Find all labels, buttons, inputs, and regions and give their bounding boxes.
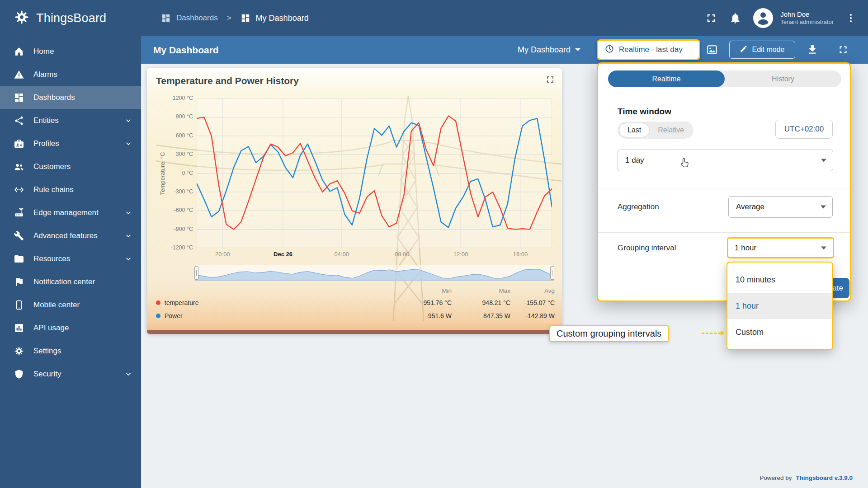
notifications-bell-icon[interactable] <box>729 12 741 24</box>
brand-name: ThingsBoard <box>36 11 106 25</box>
chart-plot[interactable] <box>197 99 552 248</box>
legend-header-row: MinMaxAvg <box>156 285 555 296</box>
chevron-down-icon <box>124 208 133 217</box>
app-logo[interactable]: ThingsBoard <box>0 0 141 36</box>
tab-realtime[interactable]: Realtime <box>608 70 725 87</box>
dashboard-page-title: My Dashboard <box>153 45 219 56</box>
dashboard-selector[interactable]: My Dashboard <box>518 42 580 57</box>
tutorial-callout: Custom grouping intervals <box>549 325 669 342</box>
x-tick-label: 20:00 <box>215 251 230 258</box>
timewindow-button[interactable]: Realtime - last day <box>597 39 700 60</box>
chevron-down-icon <box>124 139 133 148</box>
top-header: Dashboards > My Dashboard John Doe Tenan… <box>141 0 868 36</box>
user-role: Tenant administrator <box>780 19 834 26</box>
timewindow-duration-value: 1 day <box>625 156 644 165</box>
sidebar-item-label: Mobile center <box>33 300 133 310</box>
timewindow-duration-select[interactable]: 1 day <box>618 150 833 171</box>
sidebar-item-profiles[interactable]: Profiles <box>0 132 141 155</box>
sidebar-item-settings[interactable]: Settings <box>0 339 141 362</box>
dashboard-toolbar: My Dashboard My Dashboard Edit mode <box>141 36 868 64</box>
legend-header: Avg <box>510 287 555 294</box>
toggle-last[interactable]: Last <box>619 123 650 137</box>
sidebar-item-api-usage[interactable]: API usage <box>0 316 141 339</box>
overview-left-handle[interactable] <box>194 266 198 280</box>
aggregation-select[interactable]: Average <box>728 196 833 218</box>
legend-row-power[interactable]: Power-951.6 W847.35 W-142.89 W <box>156 309 555 322</box>
tab-history[interactable]: History <box>725 70 841 87</box>
footer: Powered by Thingsboard v.3.9.0 <box>760 474 853 481</box>
edit-mode-button[interactable]: Edit mode <box>729 41 795 59</box>
badge-icon <box>14 138 24 149</box>
toolbar-fullscreen-icon[interactable] <box>837 44 849 57</box>
time-window-heading: Time window <box>618 107 671 117</box>
y-tick-label: -300 °C <box>174 188 193 195</box>
sidebar-item-security[interactable]: Security <box>0 362 141 385</box>
thingsboard-version-link[interactable]: Thingsboard v.3.9.0 <box>796 474 853 481</box>
thingsboard-logo-icon <box>14 9 30 27</box>
overview-area-chart <box>195 265 554 282</box>
overview-right-handle[interactable] <box>550 266 554 280</box>
legend-row-temperature[interactable]: temperature-951.76 °C948.21 °C-155.07 °C <box>156 296 555 309</box>
dropdown-option-custom[interactable]: Custom <box>727 319 832 345</box>
chart-widget: Temperature and Power History Temperatur… <box>147 68 562 334</box>
image-export-icon[interactable] <box>706 44 718 57</box>
series-dot-icon <box>156 300 160 305</box>
ethernet-icon <box>14 184 24 195</box>
person-icon <box>755 9 771 27</box>
people-icon <box>14 161 24 172</box>
dropdown-option-1-hour[interactable]: 1 hour <box>727 293 832 319</box>
gear-icon <box>14 346 24 357</box>
flag-icon <box>14 277 24 287</box>
expand-widget-icon[interactable] <box>545 74 556 87</box>
y-axis-title: Temperature, °C <box>159 152 166 195</box>
folder-icon <box>14 253 24 264</box>
grouping-interval-select[interactable]: 1 hour <box>727 237 834 258</box>
toggle-relative[interactable]: Relative <box>650 123 692 137</box>
sidebar-item-home[interactable]: Home <box>0 40 141 63</box>
sidebar-item-entities[interactable]: Entities <box>0 109 141 132</box>
chevron-down-icon <box>821 159 826 162</box>
sidebar-nav: HomeAlarmsDashboardsEntitiesProfilesCust… <box>0 36 141 385</box>
breadcrumb-dashboards[interactable]: Dashboards <box>176 14 218 23</box>
dropdown-option-10-minutes[interactable]: 10 minutes <box>727 267 832 293</box>
header-fullscreen-icon[interactable] <box>705 12 717 24</box>
x-tick-label: 04:00 <box>334 251 349 258</box>
sidebar-item-dashboards[interactable]: Dashboards <box>0 86 141 109</box>
sidebar-item-notification-center[interactable]: Notification center <box>0 270 141 293</box>
legend-header: Max <box>452 287 510 294</box>
edit-mode-label: Edit mode <box>752 46 784 54</box>
sidebar-item-mobile-center[interactable]: Mobile center <box>0 293 141 316</box>
y-tick-label: 1200 °C <box>173 95 193 101</box>
sidebar-item-label: Customers <box>33 162 133 171</box>
y-tick-label: 300 °C <box>176 151 193 157</box>
avatar[interactable] <box>753 8 773 28</box>
sidebar-item-label: Home <box>33 47 133 56</box>
sidebar-item-advanced-features[interactable]: Advanced features <box>0 224 141 247</box>
sidebar-item-rule-chains[interactable]: Rule chains <box>0 178 141 201</box>
sidebar-item-label: Alarms <box>33 70 133 79</box>
chevron-down-icon <box>124 254 133 263</box>
widget-title: Temperature and Power History <box>156 75 299 86</box>
last-relative-toggle: Last Relative <box>618 122 693 139</box>
dashboards-crumb-icon <box>161 13 171 23</box>
powered-by-text: Powered by <box>760 474 792 481</box>
sidebar-item-alarms[interactable]: Alarms <box>0 63 141 86</box>
y-tick-label: -1200 °C <box>171 244 193 251</box>
aggregation-value: Average <box>736 202 764 211</box>
warning-icon <box>14 69 24 80</box>
chart-overview-scrollbar[interactable] <box>195 265 554 281</box>
timewindow-button-label: Realtime - last day <box>619 45 683 54</box>
download-icon[interactable] <box>807 44 818 57</box>
timezone-button[interactable]: UTC+02:00 <box>775 120 833 139</box>
sidebar-item-edge-management[interactable]: Edge management <box>0 201 141 224</box>
dashboard-icon <box>14 92 24 103</box>
chevron-down-icon <box>124 370 133 379</box>
more-menu-icon[interactable] <box>845 13 856 23</box>
sidebar-item-label: Rule chains <box>33 185 133 194</box>
y-tick-label: 900 °C <box>176 113 193 120</box>
sidebar-item-resources[interactable]: Resources <box>0 247 141 270</box>
chevron-down-icon <box>575 48 580 51</box>
sidebar-item-customers[interactable]: Customers <box>0 155 141 178</box>
x-tick-label: 12:00 <box>453 251 468 258</box>
timewindow-tabs: Realtime History <box>608 70 841 87</box>
